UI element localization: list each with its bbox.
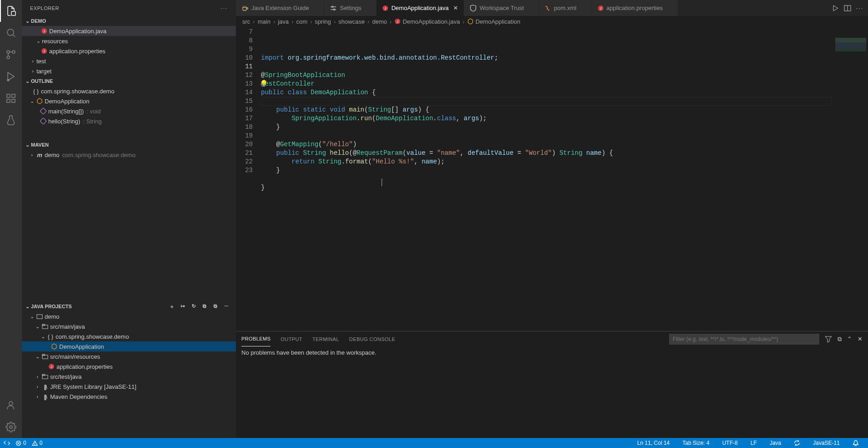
status-cursor-pos[interactable]: Ln 11, Col 14: [637, 440, 669, 446]
status-warnings[interactable]: 0: [32, 440, 43, 446]
run-icon[interactable]: [832, 5, 839, 12]
tab-pom-xml[interactable]: pom.xml✕: [539, 0, 592, 16]
section-maven[interactable]: ⌄ MAVEN: [22, 140, 236, 150]
plus-icon[interactable]: ＋: [168, 303, 176, 310]
jp-src-main-java[interactable]: ⌄ src/main/java: [22, 321, 236, 331]
jp-src-test-java[interactable]: › src/test/java: [22, 372, 236, 382]
breadcrumb[interactable]: src›main›java›com›spring›showcase›demo›J…: [236, 16, 868, 27]
status-encoding[interactable]: UTF-8: [722, 440, 738, 446]
accounts-icon[interactable]: [0, 394, 22, 416]
collapse-icon[interactable]: ⧉: [200, 303, 209, 310]
more-icon[interactable]: ···: [221, 5, 228, 11]
code-line[interactable]: public class DemoApplication {: [261, 88, 832, 97]
breadcrumb-segment[interactable]: showcase: [338, 18, 365, 25]
status-jre[interactable]: JavaSE-11: [813, 440, 840, 446]
jp-root[interactable]: ⌄ demo: [22, 311, 236, 321]
outline-class[interactable]: ⌄ DemoApplication: [22, 96, 236, 106]
status-errors[interactable]: 0: [15, 440, 26, 446]
tab-application-properties[interactable]: Japplication.properties✕: [592, 0, 679, 16]
refresh-icon[interactable]: ↻: [189, 303, 198, 310]
jp-class-demoapplication[interactable]: DemoApplication: [22, 341, 236, 351]
status-eol[interactable]: LF: [751, 440, 757, 446]
status-sync-icon[interactable]: [794, 440, 800, 446]
code-line[interactable]: [261, 175, 832, 183]
jp-application-properties[interactable]: J application.properties: [22, 361, 236, 372]
explorer-icon[interactable]: [0, 0, 22, 22]
code-line[interactable]: [261, 192, 832, 201]
breadcrumb-segment[interactable]: com: [296, 18, 307, 25]
section-outline[interactable]: ⌄ OUTLINE: [22, 76, 236, 86]
folder-resources[interactable]: ⌄ resources: [22, 36, 236, 46]
code-line[interactable]: 💡@estController: [261, 80, 832, 88]
breadcrumb-segment[interactable]: java: [278, 18, 289, 25]
code-line[interactable]: @SpringBootApplication: [261, 71, 832, 80]
code-line[interactable]: return String.format("Hello %s!", name);: [261, 158, 832, 166]
breadcrumb-segment[interactable]: demo: [372, 18, 387, 25]
maven-project[interactable]: › m demo com.spring.showcase:demo: [22, 150, 236, 160]
collapse-all-icon[interactable]: ⧉: [211, 303, 220, 310]
close-panel-icon[interactable]: ✕: [858, 336, 863, 342]
tab-workspace-trust[interactable]: Workspace Trust✕: [464, 0, 539, 16]
section-demo[interactable]: ⌄ DEMO: [22, 16, 236, 26]
code-line[interactable]: public static void main(String[] args) {: [261, 106, 832, 114]
code-line[interactable]: }: [261, 183, 832, 192]
more-icon[interactable]: ···: [856, 5, 863, 11]
breadcrumb-segment[interactable]: main: [258, 18, 271, 25]
run-debug-icon[interactable]: [0, 66, 22, 87]
breadcrumb-segment[interactable]: J DemoApplication.java: [394, 18, 460, 25]
status-language[interactable]: Java: [770, 440, 781, 446]
code-line[interactable]: import org.springframework.web.bind.anno…: [261, 54, 832, 62]
tab-settings[interactable]: Settings✕: [324, 0, 377, 16]
panel-tab-problems[interactable]: PROBLEMS: [241, 331, 271, 346]
extensions-icon[interactable]: [0, 87, 22, 109]
filter-input[interactable]: [669, 334, 819, 345]
settings-gear-icon[interactable]: [0, 416, 22, 438]
minimap[interactable]: [832, 27, 868, 331]
outline-namespace[interactable]: { } com.spring.showcase.demo: [22, 86, 236, 96]
folder-test[interactable]: › test: [22, 56, 236, 66]
code-line[interactable]: }: [261, 123, 832, 132]
testing-icon[interactable]: [0, 109, 22, 131]
jp-maven-deps[interactable]: › |||\ Maven Dependencies: [22, 392, 236, 402]
folder-target[interactable]: › target: [22, 66, 236, 76]
section-java-projects[interactable]: ⌄ JAVA PROJECTS ＋ ↦ ↻ ⧉ ⧉ ···: [22, 301, 236, 311]
editor-body[interactable]: 7891011121314151617181920212223 import o…: [236, 27, 868, 331]
tab-demoapplication-java[interactable]: JDemoApplication.java✕: [377, 0, 464, 16]
breadcrumb-segment[interactable]: DemoApplication: [467, 18, 520, 25]
jp-package[interactable]: ⌄ { } com.spring.showcase.demo: [22, 331, 236, 341]
file-application-properties[interactable]: J application.properties: [22, 46, 236, 56]
status-remote[interactable]: [4, 440, 10, 446]
status-bell-icon[interactable]: [853, 440, 859, 446]
jp-src-main-resources[interactable]: ⌄ src/main/resources: [22, 351, 236, 361]
svg-rect-16: [40, 108, 46, 114]
filter-icon[interactable]: [825, 336, 832, 343]
more-icon[interactable]: ···: [222, 303, 230, 310]
source-control-icon[interactable]: [0, 44, 22, 66]
code-line[interactable]: SpringApplication.run(DemoApplication.cl…: [261, 114, 832, 123]
chevron-down-icon: ⌄: [28, 314, 36, 320]
arrow-icon[interactable]: ↦: [179, 303, 187, 310]
panel-tab-terminal[interactable]: TERMINAL: [312, 331, 339, 346]
outline-method-hello[interactable]: hello(String) : String: [22, 116, 236, 126]
code-line[interactable]: }: [261, 166, 832, 175]
code-line[interactable]: @GetMapping("/hello"): [261, 140, 832, 149]
jp-jre[interactable]: › |||\ JRE System Library [JavaSE-11]: [22, 382, 236, 392]
file-demoapplication-java[interactable]: J DemoApplication.java: [22, 26, 236, 36]
maximize-icon[interactable]: ⌃: [847, 336, 852, 342]
panel-tab-debug-console[interactable]: DEBUG CONSOLE: [349, 331, 395, 346]
outline-method-main[interactable]: main(String[]) : void: [22, 106, 236, 116]
search-icon[interactable]: [0, 22, 22, 44]
tab-java-extension-guide[interactable]: Java Extension Guide✕: [236, 0, 324, 16]
close-icon[interactable]: ✕: [453, 5, 458, 11]
code-line[interactable]: public String hello(@RequestParam(value …: [261, 149, 832, 158]
split-editor-icon[interactable]: [844, 5, 851, 12]
status-tab-size[interactable]: Tab Size: 4: [683, 440, 710, 446]
panel-tab-output[interactable]: OUTPUT: [281, 331, 302, 346]
collapse-icon[interactable]: ⧉: [837, 336, 842, 343]
code-line[interactable]: [261, 132, 832, 140]
breadcrumb-segment[interactable]: spring: [315, 18, 331, 25]
code-area[interactable]: import org.springframework.web.bind.anno…: [261, 27, 832, 331]
breadcrumb-segment[interactable]: src: [242, 18, 250, 25]
code-line[interactable]: [261, 97, 832, 106]
code-line[interactable]: [261, 62, 832, 71]
